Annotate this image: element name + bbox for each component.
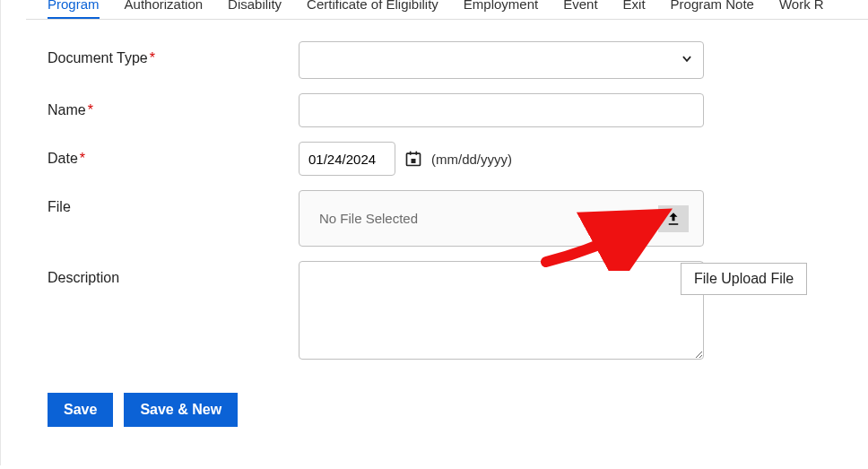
file-placeholder-text: No File Selected bbox=[319, 211, 418, 226]
tab-cert-of-eligibility[interactable]: Certificate of Eligibility bbox=[307, 0, 438, 13]
tab-event[interactable]: Event bbox=[563, 0, 597, 13]
tab-employment[interactable]: Employment bbox=[464, 0, 538, 13]
required-asterisk: * bbox=[150, 50, 155, 65]
label-file: File bbox=[48, 190, 299, 215]
save-and-new-button[interactable]: Save & New bbox=[124, 393, 238, 427]
svg-rect-1 bbox=[410, 152, 412, 155]
svg-rect-2 bbox=[416, 152, 418, 155]
svg-rect-4 bbox=[669, 223, 679, 225]
description-textarea[interactable] bbox=[299, 261, 704, 360]
tab-authorization[interactable]: Authorization bbox=[125, 0, 204, 13]
required-asterisk: * bbox=[88, 102, 93, 117]
document-type-select[interactable] bbox=[299, 41, 704, 79]
tab-disability[interactable]: Disability bbox=[228, 0, 282, 13]
file-drop-zone[interactable]: No File Selected bbox=[299, 190, 704, 247]
file-upload-button[interactable] bbox=[658, 205, 689, 232]
calendar-icon[interactable] bbox=[404, 150, 422, 168]
required-asterisk: * bbox=[80, 151, 85, 166]
label-date: Date* bbox=[48, 142, 299, 167]
date-format-hint: (mm/dd/yyyy) bbox=[431, 152, 512, 167]
save-button[interactable]: Save bbox=[48, 393, 113, 427]
label-name: Name* bbox=[48, 93, 299, 118]
document-form: Document Type* Name* bbox=[26, 20, 868, 362]
label-document-type: Document Type* bbox=[48, 41, 299, 66]
tab-exit[interactable]: Exit bbox=[623, 0, 646, 13]
svg-rect-3 bbox=[412, 159, 416, 163]
date-input[interactable] bbox=[299, 142, 395, 176]
tabs-bar: Program Authorization Disability Certifi… bbox=[26, 0, 868, 20]
tab-work-r[interactable]: Work R bbox=[779, 0, 824, 13]
tab-program[interactable]: Program bbox=[48, 0, 100, 19]
upload-icon bbox=[665, 211, 681, 227]
name-input[interactable] bbox=[299, 93, 704, 127]
label-description: Description bbox=[48, 261, 299, 286]
tab-program-note[interactable]: Program Note bbox=[671, 0, 754, 13]
upload-tooltip: File Upload File bbox=[681, 263, 807, 295]
